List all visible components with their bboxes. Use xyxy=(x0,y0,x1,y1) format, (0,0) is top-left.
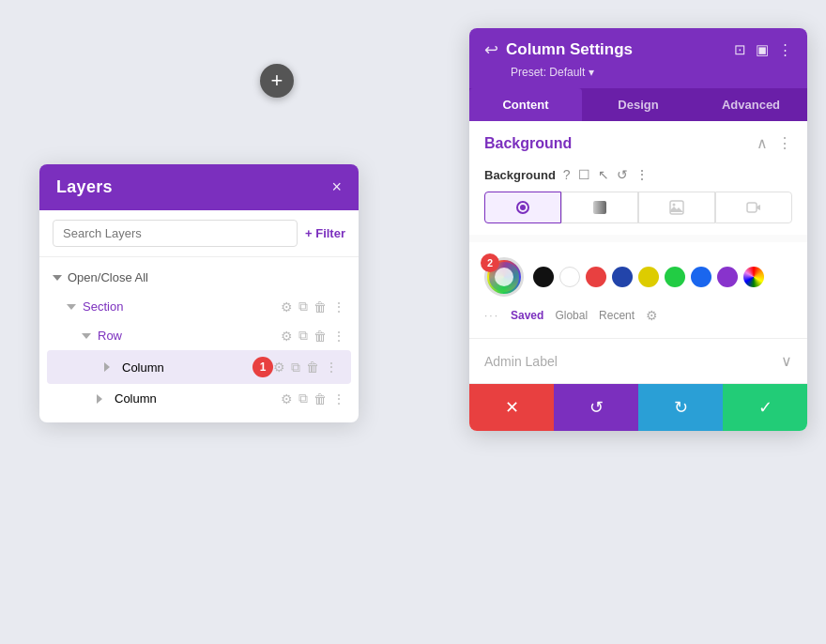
toggle-arrow-icon xyxy=(97,394,102,404)
redo-button[interactable]: ↻ xyxy=(638,384,723,431)
collapse-icon[interactable]: ∧ xyxy=(757,134,768,152)
gear-icon[interactable]: ⚙ xyxy=(281,299,293,314)
duplicate-icon[interactable]: ⧉ xyxy=(298,328,308,344)
section-more-icon[interactable]: ⋮ xyxy=(777,134,792,152)
cursor-icon[interactable]: ↖ xyxy=(598,167,609,182)
more-icon[interactable]: ⋮ xyxy=(332,329,345,344)
layers-close-button[interactable]: × xyxy=(331,177,342,197)
background-section-title: Background xyxy=(484,135,572,152)
settings-header: ↩ Column Settings ⊡ ▣ ⋮ Preset: Default … xyxy=(469,28,807,88)
recent-label[interactable]: Recent xyxy=(599,309,635,322)
layers-filter-button[interactable]: + Filter xyxy=(305,226,345,240)
gear-icon[interactable]: ⚙ xyxy=(273,360,285,375)
resize-icon[interactable]: ⊡ xyxy=(734,41,746,58)
reset-button[interactable]: ↺ xyxy=(554,384,638,431)
gear-icon[interactable]: ⚙ xyxy=(281,329,293,344)
settings-header-actions: ⊡ ▣ ⋮ xyxy=(734,41,792,58)
settings-footer: ✕ ↺ ↻ ✓ xyxy=(469,383,807,431)
bg-tab-image[interactable] xyxy=(638,192,715,223)
color-picker-display: 2 xyxy=(484,257,792,297)
layers-search-input[interactable] xyxy=(53,220,298,247)
swatch-dark-blue[interactable] xyxy=(612,267,633,287)
delete-icon[interactable]: 🗑 xyxy=(314,329,327,344)
layer-section-actions: ⚙ ⧉ 🗑 ⋮ xyxy=(281,299,345,314)
delete-icon[interactable]: 🗑 xyxy=(314,391,327,406)
gear-icon[interactable]: ⚙ xyxy=(281,391,293,406)
swatch-green[interactable] xyxy=(665,267,685,287)
svg-point-6 xyxy=(495,268,513,286)
more-icon[interactable]: ⋮ xyxy=(332,391,345,406)
toggle-arrow-icon xyxy=(104,362,110,372)
swatch-white[interactable] xyxy=(559,267,580,287)
swatch-red[interactable] xyxy=(586,267,606,287)
background-label: Background xyxy=(484,168,556,182)
layer-item-section[interactable]: Section ⚙ ⧉ 🗑 ⋮ xyxy=(39,292,359,321)
color-settings-gear-icon[interactable]: ⚙ xyxy=(646,308,658,323)
swatch-rainbow[interactable] xyxy=(743,267,764,287)
background-toolbar: Background ? ☐ ↖ ↺ ⋮ xyxy=(469,161,807,192)
background-type-tabs xyxy=(469,192,807,235)
expand-icon xyxy=(53,275,62,281)
layers-body: Open/Close All Section ⚙ ⧉ 🗑 ⋮ Row ⚙ ⧉ xyxy=(39,257,359,422)
layer-item-column-2[interactable]: Column ⚙ ⧉ 🗑 ⋮ xyxy=(39,384,359,413)
swatch-purple[interactable] xyxy=(717,267,738,287)
layer-item-row[interactable]: Row ⚙ ⧉ 🗑 ⋮ xyxy=(39,321,359,350)
admin-label-chevron-icon[interactable]: ∨ xyxy=(781,352,792,370)
color-wheel-wrapper: 2 xyxy=(484,257,524,297)
section-toggle[interactable] xyxy=(66,301,77,313)
save-button[interactable]: ✓ xyxy=(723,384,807,431)
delete-icon[interactable]: 🗑 xyxy=(306,360,319,375)
duplicate-icon[interactable]: ⧉ xyxy=(298,391,308,406)
open-close-all[interactable]: Open/Close All xyxy=(39,267,359,292)
delete-icon[interactable]: 🗑 xyxy=(314,299,327,314)
layers-search-row: + Filter xyxy=(39,210,359,257)
device-icon[interactable]: ☐ xyxy=(578,167,590,182)
svg-rect-4 xyxy=(747,203,757,212)
swatch-black[interactable] xyxy=(533,267,554,287)
layer-badge: 1 xyxy=(252,357,273,377)
more-options-icon[interactable]: ⋮ xyxy=(778,41,792,58)
color-badge-number: 2 xyxy=(481,253,499,272)
layer-item-column-1[interactable]: Column 1 ⚙ ⧉ 🗑 ⋮ xyxy=(47,350,351,384)
toggle-arrow-icon xyxy=(82,333,91,339)
duplicate-icon[interactable]: ⧉ xyxy=(291,360,300,376)
global-label[interactable]: Global xyxy=(555,309,588,322)
color-picker-area: 2 ··· Saved Global xyxy=(469,242,807,338)
bg-tab-color[interactable] xyxy=(484,192,561,223)
column1-toggle[interactable] xyxy=(101,361,113,373)
column2-toggle[interactable] xyxy=(94,393,105,405)
row-toggle[interactable] xyxy=(81,330,92,342)
preset-label[interactable]: Preset: Default ▾ xyxy=(511,66,594,79)
admin-label-row[interactable]: Admin Label ∨ xyxy=(469,338,807,383)
settings-panel-title: Column Settings xyxy=(506,40,727,59)
admin-label-text: Admin Label xyxy=(484,354,558,369)
tab-content[interactable]: Content xyxy=(469,88,582,121)
bg-tab-video[interactable] xyxy=(715,192,792,223)
toggle-arrow-icon xyxy=(67,304,76,310)
swatch-blue[interactable] xyxy=(691,267,711,287)
more-icon[interactable]: ⋮ xyxy=(635,167,649,182)
saved-label[interactable]: Saved xyxy=(511,309,543,322)
help-icon[interactable]: ? xyxy=(563,167,571,182)
duplicate-icon[interactable]: ⧉ xyxy=(298,299,308,314)
layer-column1-label: Column xyxy=(122,360,247,375)
svg-point-0 xyxy=(520,205,526,210)
cancel-button[interactable]: ✕ xyxy=(469,384,554,431)
section-actions: ∧ ⋮ xyxy=(757,134,792,152)
settings-back-button[interactable]: ↩ xyxy=(484,39,498,60)
reset-icon[interactable]: ↺ xyxy=(617,167,628,182)
tab-advanced[interactable]: Advanced xyxy=(695,88,807,121)
more-icon[interactable]: ⋮ xyxy=(332,299,345,314)
settings-title-row: ↩ Column Settings ⊡ ▣ ⋮ xyxy=(484,39,792,60)
color-labels-row: ··· Saved Global Recent ⚙ xyxy=(484,308,792,323)
layers-title: Layers xyxy=(56,177,113,197)
settings-body: Background ∧ ⋮ Background ? ☐ ↖ ↺ ⋮ xyxy=(469,121,807,383)
more-icon[interactable]: ⋮ xyxy=(325,360,338,375)
bg-tab-gradient[interactable] xyxy=(561,192,638,223)
tab-design[interactable]: Design xyxy=(582,88,695,121)
add-element-button[interactable]: + xyxy=(260,64,294,98)
preset-row: Preset: Default ▾ xyxy=(484,64,792,88)
layer-column2-actions: ⚙ ⧉ 🗑 ⋮ xyxy=(281,391,345,406)
swatch-yellow[interactable] xyxy=(638,267,659,287)
layout-icon[interactable]: ▣ xyxy=(756,41,769,58)
